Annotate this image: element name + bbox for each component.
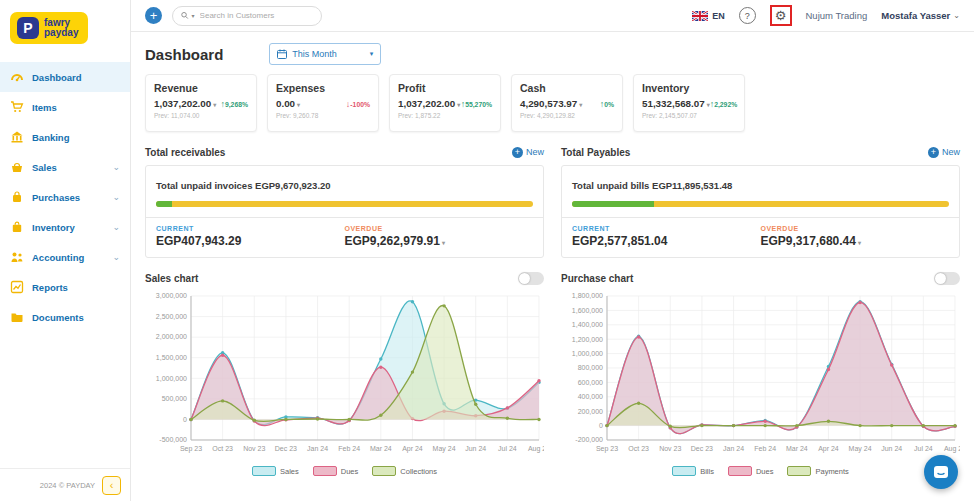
report-icon <box>10 280 24 294</box>
kpi-change: ↑55,270% <box>461 99 492 109</box>
caret-down-icon: ▾ <box>442 240 445 246</box>
sidebar-item-items[interactable]: Items <box>0 92 130 122</box>
new-bill-button[interactable]: + New <box>928 147 960 158</box>
sidebar-collapse-button[interactable]: ‹ <box>102 476 121 495</box>
svg-text:Dec 23: Dec 23 <box>691 445 713 452</box>
kpi-change: ↑0% <box>600 99 614 109</box>
svg-text:-500,000: -500,000 <box>159 436 187 443</box>
kpi-value: 4,290,573.97▾ <box>520 98 582 109</box>
kpi-previous-value: Prev: 9,260.78 <box>276 112 370 119</box>
sidebar-item-dashboard[interactable]: Dashboard <box>0 62 130 92</box>
legend-swatch <box>372 466 396 476</box>
sidebar-item-label: Documents <box>32 312 84 323</box>
chevron-down-icon: ⌄ <box>112 162 120 172</box>
sidebar-item-reports[interactable]: Reports <box>0 272 130 302</box>
legend-swatch <box>787 466 811 476</box>
svg-text:1,000,000: 1,000,000 <box>156 375 187 382</box>
purchase-chart-legend: Bills Dues Payments <box>561 466 960 476</box>
svg-text:3,000,000: 3,000,000 <box>156 292 187 299</box>
purchase-chart-section: Purchase chart 1,800,0001,600,0001,400,0… <box>561 258 960 476</box>
sidebar-item-documents[interactable]: Documents <box>0 302 130 332</box>
period-filter-value: This Month <box>292 49 337 59</box>
section-title: Total receivables <box>145 147 225 158</box>
progress-current-segment <box>572 201 654 207</box>
sidebar-item-banking[interactable]: Banking <box>0 122 130 152</box>
legend-item[interactable]: Sales <box>252 466 299 476</box>
sales-chart-section: Sales chart 3,000,0002,500,0002,000,0001… <box>145 258 544 476</box>
help-button[interactable]: ? <box>739 7 756 24</box>
sales-chart-toggle[interactable] <box>518 272 544 285</box>
kpi-card-inventory[interactable]: Inventory 51,332,568.07▾ ↑2,292% Prev: 2… <box>633 74 745 132</box>
dashboard-icon <box>10 70 24 84</box>
svg-text:-200,000: -200,000 <box>575 436 603 443</box>
search-icon <box>181 11 189 20</box>
sidebar-item-purchases[interactable]: Purchases ⌄ <box>0 182 130 212</box>
toggle-knob <box>519 273 530 284</box>
help-icon: ? <box>745 11 750 21</box>
svg-text:Aug 24: Aug 24 <box>944 445 960 453</box>
sidebar-item-sales[interactable]: Sales ⌄ <box>0 152 130 182</box>
legend-item[interactable]: Payments <box>787 466 848 476</box>
sidebar-item-label: Items <box>32 102 57 113</box>
sidebar-item-label: Dashboard <box>32 72 82 83</box>
svg-text:800,000: 800,000 <box>578 364 603 371</box>
bank-icon <box>10 130 24 144</box>
svg-text:May 24: May 24 <box>849 445 872 453</box>
legend-item[interactable]: Dues <box>313 466 359 476</box>
legend-item[interactable]: Collections <box>372 466 437 476</box>
section-title: Total Payables <box>561 147 630 158</box>
language-selector[interactable]: EN <box>692 11 725 21</box>
basket-icon <box>10 160 24 174</box>
sidebar-item-accounting[interactable]: Accounting ⌄ <box>0 242 130 272</box>
current-cell: CURRENT EGP2,577,851.04 <box>572 225 761 248</box>
legend-swatch <box>728 466 752 476</box>
sidebar-item-label: Banking <box>32 132 69 143</box>
purchase-chart[interactable]: 1,800,0001,600,0001,400,0001,200,0001,00… <box>561 288 960 466</box>
svg-text:Apr 24: Apr 24 <box>402 445 423 453</box>
svg-text:Dec 23: Dec 23 <box>275 445 297 452</box>
sidebar: P fawry payday Dashboard Items Banking <box>0 0 131 501</box>
add-new-button[interactable]: + <box>145 7 162 24</box>
accounting-icon <box>10 250 24 264</box>
kpi-card-revenue[interactable]: Revenue 1,037,202.00▾ ↑9,268% Prev: 11,0… <box>145 74 257 132</box>
legend-item[interactable]: Dues <box>728 466 774 476</box>
new-invoice-button[interactable]: + New <box>512 147 544 158</box>
sales-chart[interactable]: 3,000,0002,500,0002,000,0001,500,0001,00… <box>145 288 544 466</box>
sidebar-item-label: Purchases <box>32 192 80 203</box>
legend-item[interactable]: Bills <box>672 466 714 476</box>
search-scope-caret-icon[interactable]: ▾ <box>192 12 195 19</box>
svg-text:Jun 24: Jun 24 <box>881 445 902 452</box>
svg-text:Apr 24: Apr 24 <box>818 445 839 453</box>
settings-gear-icon[interactable]: ⚙ <box>775 8 787 23</box>
svg-text:2,000,000: 2,000,000 <box>156 333 187 340</box>
search-box[interactable]: ▾ <box>172 6 322 26</box>
svg-text:1,500,000: 1,500,000 <box>156 354 187 361</box>
brand-line2: payday <box>44 28 78 38</box>
svg-text:Oct 23: Oct 23 <box>212 445 233 452</box>
box-icon <box>10 220 24 234</box>
support-chat-button[interactable] <box>924 455 958 489</box>
search-input[interactable] <box>198 10 313 21</box>
svg-text:Sep 23: Sep 23 <box>180 445 202 453</box>
svg-text:Nov 23: Nov 23 <box>659 445 681 452</box>
brand-name: fawry payday <box>44 18 78 38</box>
period-filter-dropdown[interactable]: This Month ▾ <box>269 43 381 65</box>
purchase-chart-toggle[interactable] <box>934 272 960 285</box>
svg-text:0: 0 <box>183 416 187 423</box>
kpi-card-profit[interactable]: Profit 1,037,202.00▾ ↑55,270% Prev: 1,87… <box>389 74 501 132</box>
plus-circle-icon: + <box>928 147 939 158</box>
kpi-change: ↑2,292% <box>710 99 738 109</box>
brand-logo[interactable]: P fawry payday <box>0 0 130 56</box>
caret-down-icon: ▾ <box>213 102 216 108</box>
sidebar-item-inventory[interactable]: Inventory ⌄ <box>0 212 130 242</box>
chat-icon <box>933 465 949 479</box>
sales-chart-legend: Sales Dues Collections <box>145 466 544 476</box>
kpi-card-cash[interactable]: Cash 4,290,573.97▾ ↑0% Prev: 4,290,129.8… <box>511 74 623 132</box>
user-menu[interactable]: Mostafa Yasser ⌄ <box>881 10 960 21</box>
current-value: EGP407,943.29 <box>156 234 345 248</box>
kpi-card-expenses[interactable]: Expenses 0.00▾ ↓-100% Prev: 9,260.78 <box>267 74 379 132</box>
kpi-title: Expenses <box>276 82 370 94</box>
chevron-down-icon: ⌄ <box>112 222 120 232</box>
current-label: CURRENT <box>572 225 761 232</box>
sidebar-item-label: Reports <box>32 282 68 293</box>
